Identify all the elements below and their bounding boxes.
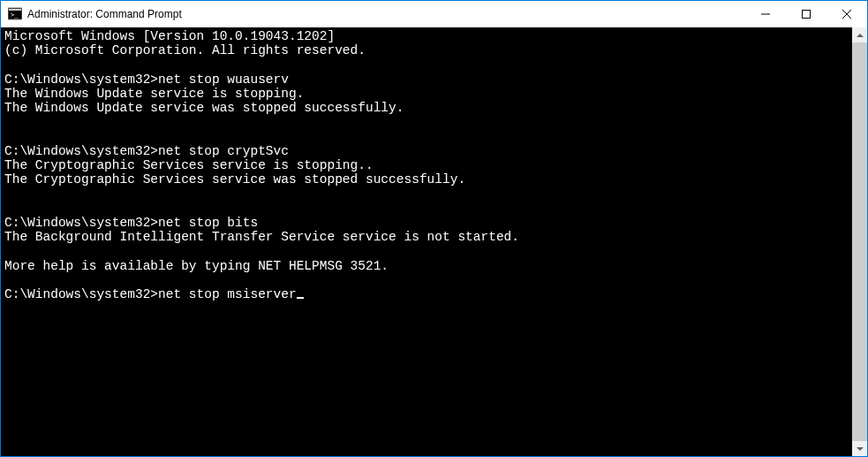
svg-marker-8 xyxy=(857,447,864,451)
svg-text:>_: >_ xyxy=(11,11,19,19)
svg-marker-7 xyxy=(857,34,864,37)
text-cursor xyxy=(297,297,304,299)
maximize-button[interactable] xyxy=(786,1,826,27)
console-area: Microsoft Windows [Version 10.0.19043.12… xyxy=(1,27,867,456)
minimize-button[interactable] xyxy=(745,1,786,27)
window-title: Administrator: Command Prompt xyxy=(27,8,745,20)
scroll-up-button[interactable] xyxy=(852,27,867,42)
svg-rect-4 xyxy=(803,11,811,19)
scroll-track[interactable] xyxy=(852,42,867,441)
close-button[interactable] xyxy=(826,1,867,27)
scroll-thumb[interactable] xyxy=(852,42,867,441)
scroll-down-button[interactable] xyxy=(852,441,867,456)
window-controls xyxy=(745,1,867,27)
vertical-scrollbar[interactable] xyxy=(852,27,867,456)
command-prompt-window: >_ Administrator: Command Prompt Microso… xyxy=(1,1,867,456)
console-output[interactable]: Microsoft Windows [Version 10.0.19043.12… xyxy=(1,27,852,456)
cmd-icon: >_ xyxy=(8,7,22,21)
svg-rect-1 xyxy=(9,9,21,11)
titlebar[interactable]: >_ Administrator: Command Prompt xyxy=(1,1,867,27)
